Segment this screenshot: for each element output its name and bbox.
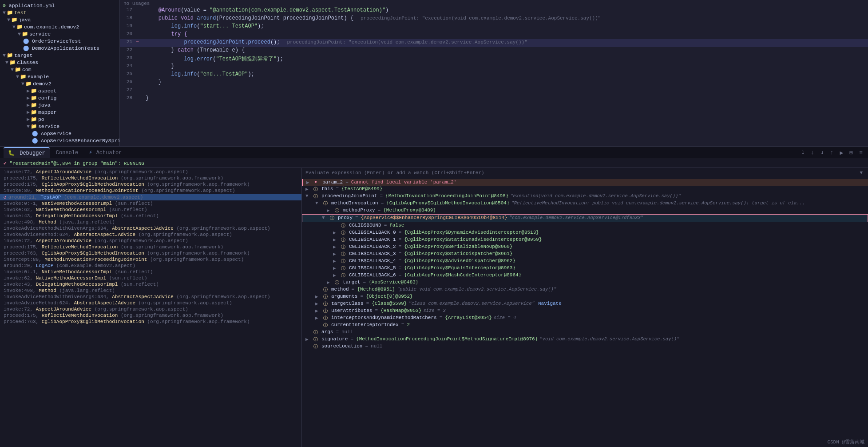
var-arguments[interactable]: ▶ ⓘ arguments = {Object[0]@8952} [302, 293, 868, 300]
code-line-21: 21 → proceedingJoinPoint.proceed();proce… [120, 39, 868, 47]
stack-trace[interactable]: invoke:72, AspectJAroundAdvice (org.spri… [0, 168, 302, 447]
step-out-btn[interactable]: ↑ [828, 148, 836, 157]
navigate-link[interactable]: Navigate [538, 301, 562, 306]
var-this[interactable]: ▶ ⓘ this = {TestAOP@8499} [302, 186, 868, 193]
step-into-btn[interactable]: ↓ [809, 148, 816, 157]
stack-frame-22[interactable]: invoke:72, AspectJAroundAdvice (org.spri… [0, 306, 301, 312]
var-signature[interactable]: ▶ ⓘ signature = {MethodInvocationProceed… [302, 336, 868, 343]
var-interceptorindex[interactable]: ▶ ⓘ currentInterceptorIndex = 2 [302, 322, 868, 329]
force-step-into-btn[interactable]: ⬇ [819, 148, 826, 157]
var-callback2[interactable]: ▶ ⓘ CGLIB$CALLBACK_2 = {CglibAopProxy$Se… [302, 243, 868, 251]
stack-frame-8[interactable]: invoke:498, Method (java.lang.reflect) [0, 219, 301, 225]
var-interceptors[interactable]: ▶ ⓘ interceptorsAndDynamicMethodMatchers… [302, 315, 868, 322]
tree-item-yaml[interactable]: ⚙ application.yml [0, 2, 119, 9]
code-line-18: 18 public void around(ProceedingJoinPoin… [120, 15, 868, 23]
stack-frame-23[interactable]: proceed:175, ReflectiveMethodInvocation … [0, 312, 301, 319]
var-callback3[interactable]: ▶ ⓘ CGLIB$CALLBACK_3 = {CglibAopProxy$St… [302, 251, 868, 258]
var-callback1[interactable]: ▶ ⓘ CGLIB$CALLBACK_1 = {CglibAopProxy$St… [302, 236, 868, 243]
step-over-btn[interactable]: ⤵ [800, 148, 806, 157]
tree-folder-service-test[interactable]: ▼📁service [0, 30, 119, 37]
evaluate-btn[interactable]: ⊞ [848, 148, 855, 157]
stack-frame-active[interactable]: ↺around:21, TestAOP (com.example.demov2.… [0, 194, 301, 200]
tab-console[interactable]: Console [52, 148, 83, 158]
tree-file-aopservice-cglib[interactable]: ⬤ AopService$$EnhancerBySpringCGLIB$$9cc… [0, 137, 119, 144]
tab-actuator[interactable]: ⚡ Actuator [84, 148, 126, 158]
stack-frame-5[interactable]: invoke:0:-1, NativeMethodAccessorImpl (s… [0, 200, 301, 207]
var-method[interactable]: ▶ ⓘ method = {Method@8951} "public void … [302, 286, 868, 293]
var-target[interactable]: ▶ ⓘ target = {AopService@8483} [302, 279, 868, 286]
stack-frame-20[interactable]: invokeAdviceMethodWithGivenArgs:634, Abs… [0, 294, 301, 300]
evaluate-placeholder: Evaluate expression (Enter) or add a wat… [305, 170, 484, 176]
var-callback5[interactable]: ▶ ⓘ CGLIB$CALLBACK_5 = {CglibAopProxy$Eq… [302, 265, 868, 272]
stack-frame-19[interactable]: invoke:498, Method (java.lang.reflect) [0, 287, 301, 294]
code-line-28: 28 } [120, 95, 868, 103]
stack-frame-14[interactable]: intercept:89, MethodInvocationProceeding… [0, 256, 301, 263]
tree-folder-java[interactable]: ▼📁java [0, 16, 119, 23]
tree-folder-com-example[interactable]: ▼📁com.example.demov2 [0, 23, 119, 30]
tab-debugger[interactable]: 🐛 Debugger [4, 147, 50, 158]
stack-frame-12[interactable]: proceed:175, ReflectiveMethodInvocation … [0, 244, 301, 250]
debug-main: invoke:72, AspectJAroundAdvice (org.spri… [0, 168, 868, 447]
stack-frame-11[interactable]: invoke:72, AspectJAroundAdvice (org.spri… [0, 238, 301, 244]
stack-frame-24[interactable]: proceed:763, CglibAopProxy$CglibMethodIn… [0, 319, 301, 325]
code-line-19: 19 log.info("start... TestAOP"); [120, 23, 868, 31]
var-targetclass[interactable]: ▶ ⓘ targetClass = {Class@5599} "class co… [302, 300, 868, 307]
stack-frame-1[interactable]: proceed:175, ReflectiveMethodInvocation … [0, 175, 301, 181]
stack-frame-3[interactable]: invoke:89, MethodInvocationProceedingJoi… [0, 188, 301, 194]
var-proceeding[interactable]: ▼ ⓘ proceedingJoinPoint = {MethodInvocat… [302, 193, 868, 200]
tree-folder-test[interactable]: ▼📁test [0, 9, 119, 16]
tree-folder-mapper[interactable]: ▶📁mapper [0, 108, 119, 116]
variables-list: ▶ ● param_2 = Cannot find local variable… [302, 178, 868, 447]
stack-frame-9[interactable]: invokeAdviceMethodWithGivenArgs:634, Abs… [0, 225, 301, 231]
watermark: CSDN @雪落南城 [827, 439, 864, 445]
stack-frame-18[interactable]: invoke:43, DelegatingMethodAccessorImpl … [0, 281, 301, 287]
tree-folder-service2[interactable]: ▼📁service [0, 123, 119, 130]
code-lines: 17 @Around(value = "@annotation(com.exam… [120, 7, 868, 146]
var-cglibbound[interactable]: ▶ ⓘ CGLIB$BOUND = false [302, 222, 868, 229]
code-line-26: 26 } [120, 79, 868, 87]
run-to-cursor-btn[interactable]: ▶ [838, 148, 845, 157]
tree-file-orderservice[interactable]: ⬤ OrderServiceTest [0, 37, 119, 44]
tree-folder-com[interactable]: ▼📁com [0, 66, 119, 73]
stack-frame-2[interactable]: proceed:175, CglibAopProxy$CglibMethodIn… [0, 181, 301, 188]
stack-frame-16[interactable]: invoke:0:-1, NativeMethodAccessorImpl (s… [0, 269, 301, 275]
tree-folder-java2[interactable]: ▶📁java [0, 101, 119, 108]
var-callback4[interactable]: ▶ ⓘ CGLIB$CALLBACK_4 = {CglibAopProxy$Ad… [302, 258, 868, 265]
stack-frame-13[interactable]: proceed:763, CglibAopProxy$CglibMethodIn… [0, 250, 301, 256]
var-args[interactable]: ▶ ⓘ args = null [302, 329, 868, 336]
var-methodproxy[interactable]: ▶ ⓘ methodProxy = {MethodProxy@8489} [302, 207, 868, 214]
tree-folder-config[interactable]: ▶📁config [0, 94, 119, 101]
tree-file-demov2app[interactable]: ⬤ DemoV2ApplicationTests [0, 44, 119, 52]
debug-session-bar: ✔ "restartedMain"@1,894 in group "main":… [0, 159, 868, 168]
tree-folder-po[interactable]: ▶📁po [0, 116, 119, 123]
stack-frame-7[interactable]: invoke:43, DelegatingMethodAccessorImpl … [0, 213, 301, 219]
stack-frame-15[interactable]: around:20, LogAOP (com.example.demov2.as… [0, 263, 301, 269]
tree-folder-demov2[interactable]: ▼📁demov2 [0, 80, 119, 87]
stack-frame-0[interactable]: invoke:72, AspectJAroundAdvice (org.spri… [0, 169, 301, 175]
var-sourcelocation[interactable]: ▶ ⓘ sourceLocation = null [302, 343, 868, 350]
debug-panel: 🐛 Debugger Console ⚡ Actuator ⤵ ↓ ⬇ ↑ ▶ … [0, 147, 868, 447]
var-callback6[interactable]: ▶ ⓘ CGLIB$CALLBACK_6 = {CglibAopProxy$Ha… [302, 272, 868, 279]
var-userattributes[interactable]: ▶ ⓘ userAttributes = {HashMap@8953} size… [302, 307, 868, 315]
var-param2[interactable]: ▶ ● param_2 = Cannot find local variable… [302, 179, 868, 186]
filter-icon[interactable]: ▼ [858, 169, 864, 176]
tree-file-aopservice[interactable]: ⬤ AopService [0, 130, 119, 137]
tree-folder-example[interactable]: ▼📁example [0, 73, 119, 80]
var-proxy[interactable]: ▼ ⓘ proxy = {AopService$$EnhancerBySprin… [302, 214, 868, 222]
stack-frame-21[interactable]: invokeAdviceMethod:624, AbstractAspectJA… [0, 300, 301, 306]
var-methodinvocation[interactable]: ▼ ⓘ methodInvocation = {CglibAopProxy$Cg… [302, 200, 868, 207]
tree-folder-aspect[interactable]: ▶📁aspect [0, 87, 119, 94]
code-line-27: 27 [120, 87, 868, 95]
stack-frame-17[interactable]: invoke:62, NativeMethodAccessorImpl (sun… [0, 275, 301, 281]
info-icon: ⓘ [313, 186, 320, 192]
var-callback0[interactable]: ▶ ⓘ CGLIB$CALLBACK_0 = {CglibAopProxy$Dy… [302, 229, 868, 236]
settings-btn[interactable]: ≡ [857, 148, 864, 157]
stack-frame-6[interactable]: invoke:62, NativeMethodAccessorImpl (sun… [0, 207, 301, 213]
debug-toolbar: ⤵ ↓ ⬇ ↑ ▶ ⊞ ≡ [800, 148, 864, 157]
error-icon: ● [314, 180, 321, 184]
code-editor: no usages 17 @Around(value = "@annotatio… [120, 0, 868, 146]
stack-frame-10[interactable]: invokeAdviceMethod:624, AbstractAspectJA… [0, 231, 301, 238]
variables-panel: Evaluate expression (Enter) or add a wat… [302, 168, 868, 447]
tree-folder-classes[interactable]: ▼📁classes [0, 59, 119, 66]
tree-folder-target[interactable]: ▼📁target [0, 52, 119, 59]
